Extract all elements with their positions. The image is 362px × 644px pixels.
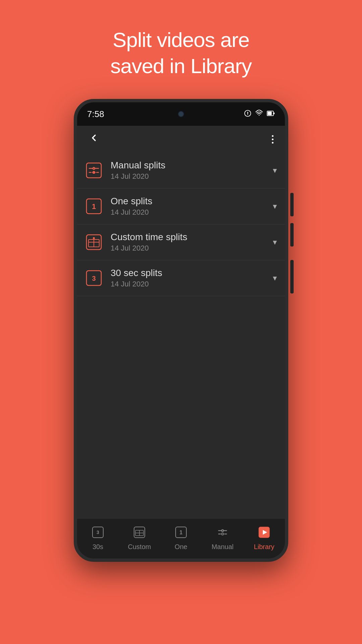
custom-splits-title: Custom time splits (111, 232, 273, 243)
svg-text:3: 3 (97, 530, 99, 535)
svg-rect-5 (268, 111, 272, 115)
nav-icon-library (258, 526, 270, 541)
one-splits-date: 14 Jul 2020 (111, 208, 273, 217)
content-area: Manual splits 14 Jul 2020 ▾ 1 One splits… (77, 153, 285, 558)
nav-label-library: Library (254, 543, 274, 551)
battery-icon (267, 110, 275, 119)
nav-item-library[interactable]: Library (243, 526, 285, 551)
back-button[interactable] (85, 129, 103, 149)
camera-icon (179, 112, 183, 116)
nav-icon-manual (217, 526, 229, 541)
bottom-navigation: 3 30s Custom (77, 518, 285, 558)
nav-item-30s[interactable]: 3 30s (77, 526, 119, 551)
manual-splits-date: 14 Jul 2020 (111, 172, 273, 181)
svg-point-21 (93, 237, 95, 239)
nav-icon-30s: 3 (92, 526, 104, 541)
status-time: 7:58 (87, 109, 104, 119)
more-options-button[interactable] (268, 132, 277, 147)
nav-item-custom[interactable]: Custom (119, 526, 160, 551)
status-icons (244, 110, 275, 119)
nav-item-manual[interactable]: Manual (202, 526, 243, 551)
manual-splits-title: Manual splits (111, 160, 273, 171)
notch (151, 102, 211, 112)
svg-point-2 (247, 114, 248, 115)
app-bar (77, 126, 285, 153)
custom-splits-date: 14 Jul 2020 (111, 244, 273, 253)
manual-splits-icon (85, 162, 103, 179)
nav-label-one: One (175, 543, 187, 551)
one-splits-text: One splits 14 Jul 2020 (111, 196, 273, 217)
volume-up-button (290, 193, 294, 216)
svg-point-37 (222, 533, 224, 535)
chevron-icon: ▾ (273, 166, 277, 175)
svg-text:3: 3 (92, 275, 96, 282)
svg-rect-7 (86, 163, 101, 178)
nav-icon-one: 1 (175, 526, 187, 541)
chevron-icon: ▾ (273, 273, 277, 283)
nav-label-manual: Manual (212, 543, 234, 551)
svg-text:1: 1 (180, 530, 183, 535)
svg-text:1: 1 (92, 202, 96, 211)
custom-splits-icon (85, 233, 103, 251)
list-item-one[interactable]: 1 One splits 14 Jul 2020 ▾ (77, 189, 285, 224)
one-splits-title: One splits (111, 196, 273, 207)
chevron-icon: ▾ (273, 202, 277, 211)
nav-item-one[interactable]: 1 One (160, 526, 202, 551)
promo-line2: saved in Library (110, 54, 252, 77)
phone-screen: 7:58 (74, 99, 288, 562)
thirty-splits-date: 14 Jul 2020 (111, 280, 273, 288)
list-item-custom[interactable]: Custom time splits 14 Jul 2020 ▾ (77, 224, 285, 260)
list-item-manual[interactable]: Manual splits 14 Jul 2020 ▾ (77, 153, 285, 189)
content-spacer (77, 296, 285, 518)
power-button (290, 260, 294, 293)
chevron-icon: ▾ (273, 237, 277, 247)
one-splits-icon: 1 (85, 198, 103, 215)
nav-icon-custom (133, 526, 145, 541)
nav-label-custom: Custom (128, 543, 151, 551)
notification-icon (244, 110, 251, 119)
svg-point-3 (259, 115, 260, 116)
thirty-splits-title: 30 sec splits (111, 268, 273, 278)
svg-rect-6 (274, 112, 275, 114)
list-item-thirty[interactable]: 3 30 sec splits 14 Jul 2020 ▾ (77, 260, 285, 296)
thirty-splits-text: 30 sec splits 14 Jul 2020 (111, 268, 273, 288)
phone-device: 7:58 (74, 99, 288, 575)
thirty-splits-icon: 3 (85, 269, 103, 287)
custom-splits-text: Custom time splits 14 Jul 2020 (111, 232, 273, 253)
wifi-icon (255, 110, 263, 119)
promo-line1: Split videos are (113, 28, 249, 51)
nav-label-30s: 30s (93, 543, 103, 551)
manual-splits-text: Manual splits 14 Jul 2020 (111, 160, 273, 181)
svg-point-10 (93, 167, 95, 169)
svg-point-34 (222, 530, 224, 532)
promo-text: Split videos are saved in Library (110, 27, 252, 79)
volume-down-button (290, 223, 294, 247)
